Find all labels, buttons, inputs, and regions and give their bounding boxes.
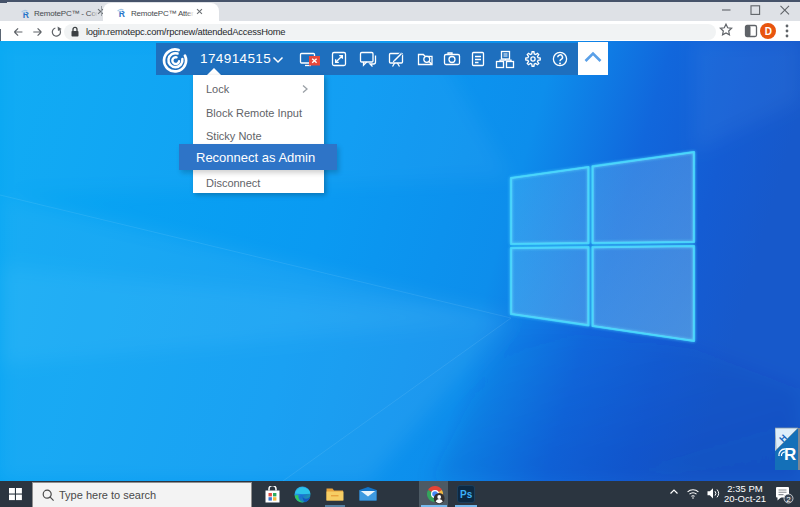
svg-text:D: D bbox=[765, 26, 772, 37]
svg-text:R: R bbox=[119, 9, 125, 18]
svg-text:R: R bbox=[784, 445, 796, 464]
svg-text:2: 2 bbox=[786, 495, 791, 504]
svg-text:Ps: Ps bbox=[460, 489, 473, 500]
svg-text:R: R bbox=[23, 10, 29, 19]
